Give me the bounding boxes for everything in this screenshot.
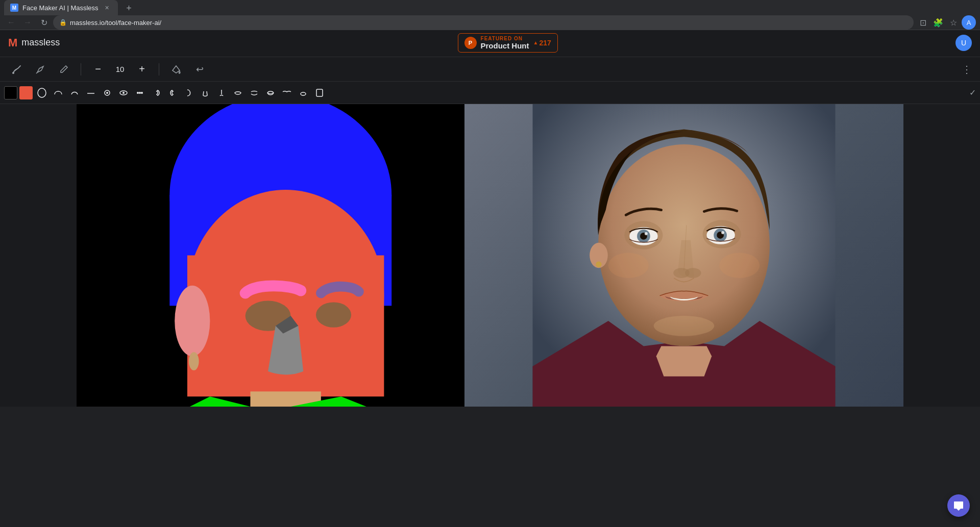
ear-curve-shape[interactable] — [182, 86, 196, 100]
svg-point-7 — [137, 92, 139, 94]
right-sidebar — [903, 104, 980, 407]
tab-title: Face Maker AI | Massless — [22, 4, 99, 12]
url-text: massless.io/tool/face-maker-ai/ — [70, 19, 908, 27]
svg-point-10 — [301, 92, 306, 95]
eyebrow-arc-shape[interactable] — [67, 86, 82, 100]
left-sidebar — [0, 104, 77, 407]
tab-bar: M Face Maker AI | Massless × + — [0, 0, 980, 15]
svg-point-9 — [141, 92, 143, 94]
extensions-button[interactable]: 🧩 — [931, 15, 945, 30]
hair-shape[interactable] — [51, 86, 65, 100]
ph-logo: P — [464, 37, 477, 49]
brush-size-display: 10 — [113, 65, 127, 73]
dots-shape[interactable] — [133, 86, 147, 100]
nav-bar: ← → ↻ 🔒 massless.io/tool/face-maker-ai/ … — [0, 15, 980, 30]
nose-base-shape[interactable] — [198, 86, 212, 100]
eye-wide-shape[interactable] — [116, 86, 131, 100]
tab-close-button[interactable]: × — [103, 3, 112, 12]
drawing-canvas[interactable] — [77, 104, 464, 407]
svg-point-40 — [685, 268, 701, 278]
eye-circle-shape[interactable] — [100, 86, 114, 100]
browser-chrome: M Face Maker AI | Massless × + ← → ↻ 🔒 m… — [0, 0, 980, 29]
svg-point-18 — [189, 352, 199, 370]
header-right: U — [955, 35, 972, 51]
svg-point-41 — [608, 253, 649, 278]
bookmark-button[interactable]: ☆ — [946, 15, 961, 30]
logo-text: massless — [21, 37, 60, 48]
forward-button[interactable]: → — [20, 15, 35, 30]
tab-favicon: M — [10, 4, 18, 12]
eyebrow-line-shape[interactable] — [84, 86, 98, 100]
result-panel — [464, 104, 903, 407]
brows-lines-shape[interactable] — [280, 86, 294, 100]
brush-tool-button[interactable] — [8, 61, 26, 78]
shape-toolbar: ✓ — [0, 82, 980, 104]
logo-mark: M — [8, 36, 17, 49]
product-hunt-badge[interactable]: P FEATURED ON Product Hunt ▲ 217 — [458, 33, 558, 53]
nose-shape[interactable] — [214, 86, 229, 100]
new-tab-button[interactable]: + — [122, 1, 136, 15]
ph-featured-label: FEATURED ON — [481, 36, 529, 41]
pencil-tool-button[interactable] — [55, 61, 72, 78]
face-outline-shape[interactable] — [35, 86, 49, 100]
toolbar-check: ✓ — [969, 88, 976, 97]
address-bar[interactable]: 🔒 massless.io/tool/face-maker-ai/ — [53, 15, 914, 30]
photo-result — [464, 104, 903, 407]
svg-point-1 — [38, 88, 46, 97]
face-drawing-svg — [77, 104, 464, 407]
app-header: M massless P FEATURED ON Product Hunt ▲ … — [0, 29, 980, 57]
app-logo: M massless — [8, 36, 60, 49]
cast-button[interactable]: ⊡ — [916, 15, 930, 30]
svg-point-17 — [175, 286, 210, 356]
back-button[interactable]: ← — [4, 15, 18, 30]
active-tab[interactable]: M Face Maker AI | Massless × — [4, 0, 118, 15]
increase-size-button[interactable]: + — [133, 61, 151, 78]
check-icon: ✓ — [969, 88, 976, 97]
more-options-button[interactable]: ⋮ — [962, 63, 972, 76]
main-toolbar: − 10 + ↩ ⋮ — [0, 57, 980, 82]
user-avatar[interactable]: U — [955, 35, 972, 51]
ph-vote-count: ▲ 217 — [533, 39, 551, 47]
svg-point-8 — [139, 92, 141, 94]
undo-button[interactable]: ↩ — [191, 61, 208, 78]
svg-point-6 — [122, 92, 125, 94]
result-photo-svg — [464, 104, 903, 407]
profile-button[interactable]: A — [962, 15, 976, 30]
reload-button[interactable]: ↻ — [37, 15, 51, 30]
ph-name: Product Hunt — [481, 41, 529, 50]
toolbar-separator-2 — [159, 63, 159, 76]
lips-pout-shape[interactable] — [263, 86, 278, 100]
lips-open-shape[interactable] — [247, 86, 261, 100]
fill-tool-button[interactable] — [167, 61, 185, 78]
ph-text-block: FEATURED ON Product Hunt — [481, 36, 529, 50]
ph-arrow-icon: ▲ — [533, 40, 538, 45]
nose-oval-shape[interactable] — [296, 86, 310, 100]
lips-smile-shape[interactable] — [231, 86, 245, 100]
color-swatch-black[interactable] — [4, 86, 17, 99]
ph-count-number: 217 — [539, 39, 551, 47]
color-swatch-red[interactable] — [19, 86, 33, 99]
security-icon: 🔒 — [59, 19, 67, 26]
svg-point-33 — [645, 232, 648, 235]
nav-right-icons: ⊡ 🧩 ☆ A — [916, 15, 976, 30]
pen-tool-button[interactable] — [32, 61, 49, 78]
toolbar-separator-1 — [81, 63, 81, 76]
svg-point-42 — [719, 253, 760, 278]
ear-right-shape[interactable] — [149, 86, 163, 100]
face-square-shape[interactable] — [312, 86, 327, 100]
svg-point-0 — [12, 72, 14, 74]
svg-rect-11 — [316, 89, 323, 96]
svg-point-43 — [654, 316, 715, 336]
svg-point-38 — [721, 231, 724, 234]
svg-point-4 — [106, 92, 108, 94]
decrease-size-button[interactable]: − — [89, 61, 107, 78]
svg-point-20 — [316, 302, 351, 327]
main-content — [0, 104, 980, 407]
ear-shape[interactable] — [165, 86, 180, 100]
